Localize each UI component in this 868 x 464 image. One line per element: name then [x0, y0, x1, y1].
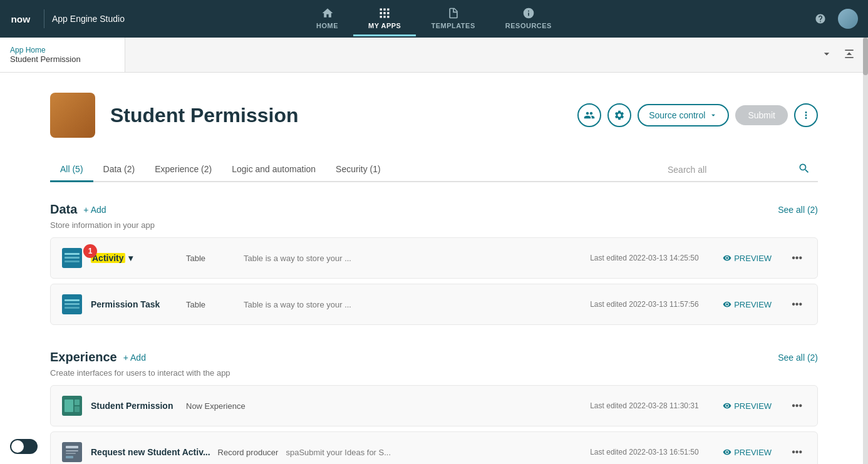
app-title: Student Permission — [110, 104, 562, 127]
data-title-row: Data + Add — [50, 202, 106, 217]
tabs-row: All (5) Data (2) Experience (2) Logic an… — [50, 158, 818, 182]
cursor-hint: ▾ — [128, 253, 133, 263]
student-exp-row-name: Student Permission — [91, 401, 178, 411]
experience-add-link[interactable]: + Add — [123, 353, 146, 363]
activity-row-type: Table — [186, 254, 236, 263]
svg-rect-6 — [65, 299, 80, 301]
user-avatar[interactable] — [838, 9, 858, 29]
table-row: Permission Task Table Table is a way to … — [50, 284, 818, 325]
nav-right — [810, 9, 858, 29]
nav-templates[interactable]: TEMPLATES — [416, 2, 490, 36]
request-row-date: Last edited 2022-03-13 16:51:50 — [590, 448, 715, 456]
table-icon-permission — [61, 293, 83, 316]
data-section-title: Data — [50, 202, 77, 217]
svg-rect-11 — [75, 400, 80, 405]
data-section-header: Data + Add See all (2) — [50, 202, 818, 217]
permission-row-desc: Table is a way to store your ... — [244, 300, 582, 309]
request-row-desc: spaSubmit your Ideas for S... — [286, 448, 582, 457]
student-exp-row-type: Now Experience — [186, 401, 245, 411]
tabs-list: All (5) Data (2) Experience (2) Logic an… — [50, 158, 660, 181]
svg-rect-8 — [65, 307, 80, 309]
data-section: Data + Add See all (2) Store information… — [50, 202, 818, 325]
svg-rect-7 — [65, 303, 80, 305]
permission-row-type: Table — [186, 300, 236, 309]
submit-button[interactable]: Submit — [735, 105, 788, 125]
request-more-button[interactable]: ••• — [787, 444, 807, 460]
svg-rect-2 — [65, 253, 80, 255]
svg-rect-17 — [66, 456, 73, 458]
activity-preview-link[interactable]: PREVIEW — [723, 254, 779, 263]
data-section-subtitle: Store information in your app — [50, 220, 818, 230]
experience-section: Experience + Add See all (2) Create inte… — [50, 350, 818, 464]
student-exp-preview-link[interactable]: PREVIEW — [723, 401, 779, 411]
permission-preview-link[interactable]: PREVIEW — [723, 300, 779, 309]
table-row: 1 Activity ▾ Table Table is a way to sto… — [50, 237, 818, 279]
data-add-link[interactable]: + Add — [83, 205, 106, 215]
users-button[interactable] — [577, 103, 601, 127]
table-row: Request new Student Activ... Record prod… — [50, 431, 818, 464]
experience-see-all-link[interactable]: See all (2) — [778, 353, 818, 363]
experience-section-title: Experience — [50, 350, 117, 364]
breadcrumb-expand-button[interactable] — [840, 45, 858, 64]
scrollbar-thumb[interactable] — [863, 38, 868, 75]
tab-data[interactable]: Data (2) — [93, 158, 145, 182]
breadcrumb-actions — [808, 38, 868, 72]
svg-rect-15 — [66, 450, 78, 451]
data-see-all-link[interactable]: See all (2) — [778, 205, 818, 215]
step-badge: 1 — [83, 244, 97, 258]
tab-all[interactable]: All (5) — [50, 158, 93, 182]
permission-more-button[interactable]: ••• — [787, 296, 807, 312]
table-row: Student Permission Now Experience Last e… — [50, 385, 818, 426]
now-logo[interactable]: now — [10, 13, 36, 25]
breadcrumb-current: Student Permission — [10, 54, 115, 64]
search-input[interactable] — [668, 165, 793, 175]
search-button[interactable] — [798, 162, 810, 177]
toggle-thumb — [11, 440, 24, 453]
experience-title-row: Experience + Add — [50, 350, 146, 364]
settings-button[interactable] — [607, 103, 631, 127]
tab-search-area — [660, 160, 818, 180]
breadcrumb: App Home Student Permission — [0, 38, 125, 72]
request-row-name: Request new Student Activ... — [91, 447, 210, 457]
breadcrumb-parent-link[interactable]: App Home — [10, 46, 115, 54]
experience-icon-student — [61, 394, 83, 417]
request-preview-link[interactable]: PREVIEW — [723, 448, 779, 457]
activity-row-date: Last edited 2022-03-13 14:25:50 — [590, 254, 715, 262]
svg-rect-14 — [66, 446, 78, 448]
experience-icon-request — [61, 441, 83, 463]
svg-rect-16 — [66, 453, 76, 454]
svg-rect-10 — [65, 400, 73, 412]
nav-center: HOME MY APPS TEMPLATES RESOURCES — [301, 2, 567, 36]
activity-more-button[interactable]: ••• — [787, 250, 807, 266]
table-icon-activity — [61, 247, 83, 269]
tab-experience[interactable]: Experience (2) — [145, 158, 222, 182]
breadcrumb-collapse-button[interactable] — [818, 45, 835, 64]
app-name: App Engine Studio — [52, 14, 125, 24]
activity-row-name: Activity ▾ — [91, 253, 178, 263]
tab-logic[interactable]: Logic and automation — [222, 158, 326, 182]
nav-divider — [44, 9, 44, 28]
svg-rect-4 — [65, 260, 80, 262]
request-row-type: Record producer — [218, 448, 279, 457]
permission-row-name: Permission Task — [91, 299, 178, 309]
toggle-track[interactable] — [10, 439, 38, 454]
top-nav: now App Engine Studio HOME MY APPS TEMPL… — [0, 0, 868, 38]
nav-left: now App Engine Studio — [10, 9, 125, 28]
student-exp-more-button[interactable]: ••• — [787, 398, 807, 414]
nav-home[interactable]: HOME — [301, 2, 353, 36]
help-button[interactable] — [810, 9, 830, 29]
svg-rect-12 — [75, 406, 80, 412]
main-content: Student Permission Source control Submit… — [0, 73, 868, 464]
tab-security[interactable]: Security (1) — [326, 158, 391, 182]
nav-my-apps[interactable]: MY APPS — [353, 2, 416, 36]
app-icon — [50, 93, 95, 138]
header-actions: Source control Submit — [577, 103, 818, 127]
svg-text:now: now — [11, 14, 30, 24]
source-control-button[interactable]: Source control — [638, 104, 729, 126]
svg-rect-3 — [65, 257, 80, 259]
more-options-button[interactable] — [794, 103, 818, 127]
activity-row-desc: Table is a way to store your ... — [244, 254, 582, 263]
scrollbar[interactable] — [863, 38, 868, 464]
experience-section-subtitle: Create interfaces for users to interact … — [50, 368, 818, 378]
nav-resources[interactable]: RESOURCES — [490, 2, 567, 36]
